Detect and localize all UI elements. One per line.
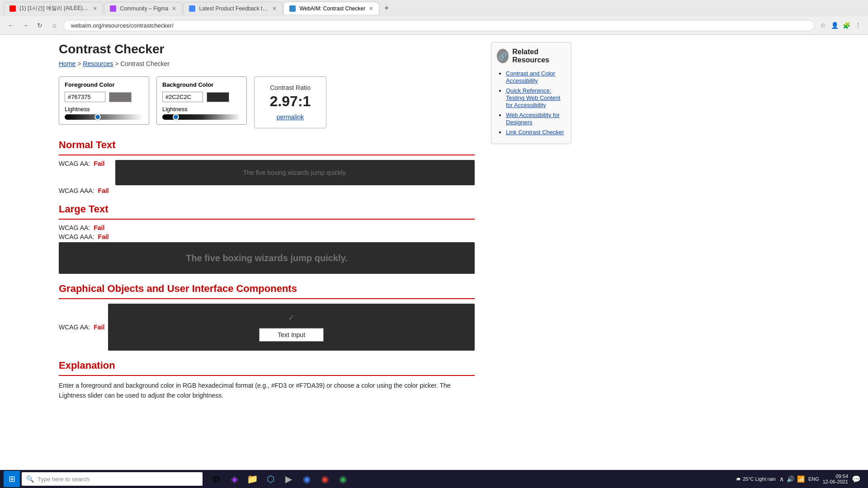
- background-color-box: Background Color Lightness: [156, 76, 247, 125]
- graphical-section: Graphical Objects and User Interface Com…: [59, 283, 475, 351]
- related-resources-header: 🔗 Related Resources: [497, 48, 566, 64]
- contrast-ratio-value: 2.97:1: [264, 93, 317, 110]
- related-resources-panel: 🔗 Related Resources Contrast and Color A…: [491, 42, 571, 144]
- explanation-title: Explanation: [59, 360, 475, 371]
- resource-item-4: Link Contrast Checker: [506, 128, 566, 136]
- checkmark-icon: ✓: [288, 313, 295, 323]
- tab-4[interactable]: WebAIM: Contrast Checker ✕: [283, 2, 379, 14]
- toolbar-icons: ☆ 👤 🧩 ⋮: [818, 21, 863, 30]
- large-text-wcag-aaa-label: WCAG AAA:: [59, 233, 94, 240]
- large-text-section: Large Text WCAG AA: Fail WCAG AAA: Fail …: [59, 203, 475, 274]
- foreground-input-row: [65, 92, 143, 102]
- resource-item-2: Quick Reference: Testing Web Content for…: [506, 87, 566, 108]
- back-button[interactable]: ←: [5, 20, 16, 31]
- tab-4-close[interactable]: ✕: [369, 5, 373, 12]
- tab-1-close[interactable]: ✕: [93, 5, 97, 12]
- tab-2[interactable]: Community – Figma ✕: [104, 2, 182, 14]
- menu-icon[interactable]: ⋮: [854, 21, 863, 30]
- tab-1-favicon: [9, 5, 16, 12]
- tab-2-label: Community – Figma: [120, 5, 168, 12]
- right-sidebar: 🔗 Related Resources Contrast and Color A…: [484, 35, 579, 470]
- resource-link-1[interactable]: Contrast and Color Accessibility: [506, 70, 555, 84]
- foreground-hex-input[interactable]: [65, 92, 105, 102]
- normal-text-wcag-aaa-row: WCAG AAA: Fail: [59, 187, 475, 194]
- background-lightness-label: Lightness: [162, 106, 241, 113]
- explanation-text: Enter a foreground and background color …: [59, 380, 475, 401]
- graphical-divider: [59, 298, 475, 299]
- resource-link-2[interactable]: Quick Reference: Testing Web Content for…: [506, 87, 560, 108]
- normal-text-wcag-aaa-result: Fail: [98, 187, 109, 194]
- resource-item-1: Contrast and Color Accessibility: [506, 70, 566, 84]
- breadcrumb-sep1: >: [77, 60, 83, 67]
- graphical-wcag-aa-label: WCAG AA:: [59, 324, 90, 331]
- related-resources-list: Contrast and Color Accessibility Quick R…: [497, 70, 566, 136]
- taskbar: ⊞ 🔍 Type here to search ⧉ ◈ 📁 ⬡ ▶ ◉ ◉ ◉: [0, 470, 868, 470]
- normal-text-section: Normal Text WCAG AA: Fail The five boxin…: [59, 139, 475, 194]
- breadcrumb-current: Contrast Checker: [120, 60, 170, 67]
- background-lightness-slider[interactable]: [162, 114, 241, 120]
- normal-text-title: Normal Text: [59, 139, 475, 151]
- new-tab-button[interactable]: +: [380, 2, 393, 14]
- profile-icon[interactable]: 👤: [830, 21, 839, 30]
- breadcrumb-home[interactable]: Home: [59, 60, 75, 67]
- foreground-color-box: Foreground Color Lightness: [59, 76, 149, 125]
- bookmark-icon[interactable]: ☆: [818, 21, 827, 30]
- tab-bar: (1) [1시간] 에밀리 (AILEE) - P... ✕ Community…: [0, 0, 868, 16]
- large-text-wcag-aa-result: Fail: [94, 224, 104, 231]
- background-swatch[interactable]: [207, 92, 229, 102]
- resource-item-3: Web Accessibility for Designers: [506, 111, 566, 126]
- tab-3-label: Latest Product Feedback topics: [199, 5, 269, 12]
- tab-1-label: (1) [1시간] 에밀리 (AILEE) - P...: [19, 5, 89, 12]
- color-inputs: Foreground Color Lightness Background Co…: [59, 76, 475, 128]
- tab-3[interactable]: Latest Product Feedback topics ✕: [183, 2, 283, 14]
- contrast-ratio-box: Contrast Ratio 2.97:1 permalink: [254, 76, 326, 128]
- extensions-icon[interactable]: 🧩: [842, 21, 851, 30]
- large-text-demo-box: The five boxing wizards jump quickly.: [59, 242, 475, 274]
- contrast-ratio-label: Contrast Ratio: [264, 84, 317, 91]
- large-text-wcag-aa-row: WCAG AA: Fail: [59, 224, 475, 231]
- background-lightness-thumb[interactable]: [173, 114, 179, 120]
- tab-2-close[interactable]: ✕: [172, 5, 176, 12]
- graphical-wcag-aa-row: WCAG AA: Fail ✓ Text Input: [59, 304, 475, 351]
- url-bar[interactable]: webaim.org/resources/contrastchecker/: [63, 20, 815, 31]
- page-title: Contrast Checker: [59, 42, 475, 56]
- breadcrumb-resources[interactable]: Resources: [83, 60, 113, 67]
- foreground-swatch[interactable]: [109, 92, 132, 102]
- normal-text-wcag-aaa-label: WCAG AAA:: [59, 187, 94, 194]
- related-resources-icon: 🔗: [497, 49, 509, 63]
- normal-text-wcag-aa-row: WCAG AA: Fail The five boxing wizards ju…: [59, 160, 475, 185]
- foreground-lightness-slider[interactable]: [65, 114, 143, 120]
- graphical-title: Graphical Objects and User Interface Com…: [59, 283, 475, 295]
- large-text-wcag-aaa-row: WCAG AAA: Fail: [59, 233, 475, 240]
- tab-3-close[interactable]: ✕: [272, 5, 277, 12]
- main-content: Contrast Checker Home > Resources > Cont…: [50, 35, 484, 470]
- tab-2-favicon: [110, 5, 116, 12]
- large-text-title: Large Text: [59, 203, 475, 215]
- graphical-demo-box: ✓ Text Input: [108, 304, 475, 351]
- forward-button[interactable]: →: [20, 20, 31, 31]
- large-text-wcag-aaa-result: Fail: [98, 233, 109, 240]
- tab-4-favicon: [289, 5, 296, 12]
- normal-text-wcag-aa-label: WCAG AA:: [59, 160, 90, 185]
- foreground-lightness-thumb[interactable]: [94, 114, 101, 120]
- related-resources-title: Related Resources: [512, 48, 566, 64]
- normal-text-demo: The five boxing wizards jump quickly.: [243, 169, 347, 176]
- tab-1[interactable]: (1) [1시간] 에밀리 (AILEE) - P... ✕: [4, 2, 103, 14]
- normal-text-divider: [59, 155, 475, 155]
- large-text-wcag-aa-label: WCAG AA:: [59, 224, 90, 231]
- resource-link-4[interactable]: Link Contrast Checker: [506, 129, 564, 136]
- reload-button[interactable]: ↻: [34, 20, 45, 31]
- normal-text-wcag-aa-result: Fail: [94, 160, 104, 185]
- resource-link-3[interactable]: Web Accessibility for Designers: [506, 112, 560, 126]
- page-wrapper: Contrast Checker Home > Resources > Cont…: [0, 35, 868, 470]
- permalink[interactable]: permalink: [264, 113, 317, 121]
- background-hex-input[interactable]: [162, 92, 203, 102]
- address-bar: ← → ↻ ⌂ webaim.org/resources/contrastche…: [0, 16, 868, 34]
- tab-3-favicon: [189, 5, 195, 12]
- text-input-demo[interactable]: Text Input: [259, 328, 324, 342]
- background-input-row: [162, 92, 241, 102]
- home-button[interactable]: ⌂: [49, 20, 60, 31]
- normal-text-demo-box: The five boxing wizards jump quickly.: [115, 160, 475, 185]
- tab-4-label: WebAIM: Contrast Checker: [299, 5, 365, 12]
- large-text-divider: [59, 219, 475, 220]
